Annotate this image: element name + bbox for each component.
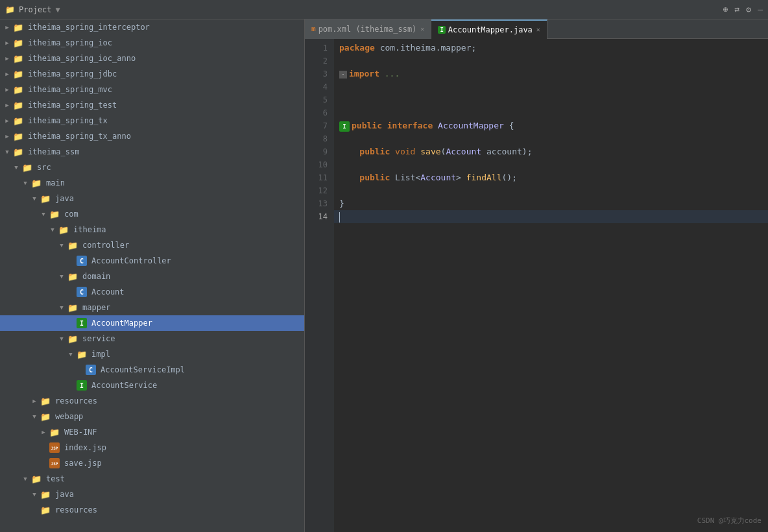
tree-item-0[interactable]: ▶📁itheima_spring_interceptor [0,19,304,35]
tree-item-5[interactable]: ▶📁itheima_spring_test [0,97,304,113]
tree-arrow-10: ▼ [21,180,30,186]
tab-pom[interactable]: m pom.xml (itheima_ssm) ✕ [305,19,431,39]
tree-item-24[interactable]: ▶📁resources [0,393,304,409]
tree-item-7[interactable]: ▶📁itheima_spring_tx_anno [0,128,304,144]
tree-icon-24: 📁 [40,396,51,406]
tree-icon-27: JSP [49,442,60,453]
tree-item-14[interactable]: ▼📁controller [0,237,304,253]
tree-label-16: domain [82,272,110,281]
split-icon[interactable]: ⇄ [735,5,740,14]
tree-icon-14: 📁 [67,240,78,250]
tree-icon-22: C [86,365,96,375]
minimize-icon[interactable]: — [758,5,763,14]
tree-item-13[interactable]: ▼📁itheima [0,222,304,237]
tree-label-25: webapp [55,412,83,421]
code-line-9: public void save(Account account); [334,145,768,158]
line-number-5: 5 [305,93,334,106]
tree-item-31[interactable]: 📁resources [0,502,304,518]
tree-label-26: WEB-INF [64,428,97,437]
tree-arrow-30: ▼ [30,491,39,498]
tree-item-2[interactable]: ▶📁itheima_spring_ioc_anno [0,51,304,66]
tree-label-13: itheima [73,225,106,234]
tree-label-19: AccountMapper [91,319,152,328]
line-numbers: 1234567891011121314 [305,39,334,532]
tree-arrow-18: ▼ [57,304,66,311]
tab-accountmapper-close[interactable]: ✕ [536,26,540,33]
tree-item-8[interactable]: ▼📁itheima_ssm [0,144,304,160]
tree-icon-13: 📁 [58,224,69,235]
tree-label-8: itheima_ssm [28,147,79,156]
tree-item-11[interactable]: ▼📁java [0,191,304,206]
tree-icon-29: 📁 [31,474,42,484]
line-number-4: 4 [305,80,334,93]
globe-icon[interactable]: ⊕ [723,5,728,14]
tree-item-29[interactable]: ▼📁test [0,471,304,487]
tree-item-27[interactable]: JSPindex.jsp [0,440,304,455]
tree-item-12[interactable]: ▼📁com [0,206,304,222]
tree-icon-6: 📁 [13,115,23,126]
editor-content[interactable]: 1234567891011121314 package com.itheima.… [305,39,768,532]
line-number-11: 11 [305,171,334,184]
tree-item-3[interactable]: ▶📁itheima_spring_jdbc [0,66,304,82]
tree-label-6: itheima_spring_tx [28,116,108,125]
dropdown-icon: ▼ [56,5,60,14]
tree-arrow-4: ▶ [3,86,12,93]
code-line-6 [334,106,768,119]
tree-label-28: save.jsp [64,459,102,468]
tab-pom-close[interactable]: ✕ [420,25,424,32]
tree-label-14: controller [82,241,129,250]
tree-item-17[interactable]: CAccount [0,284,304,300]
tree-icon-0: 📁 [13,22,23,32]
tree-label-29: test [46,474,65,483]
tree-item-23[interactable]: IAccountService [0,378,304,393]
tree-item-6[interactable]: ▶📁itheima_spring_tx [0,113,304,128]
tree-icon-23: I [77,380,87,391]
tree-item-19[interactable]: IAccountMapper [0,315,304,331]
tree-container: ▶📁itheima_spring_interceptor▶📁itheima_sp… [0,19,304,518]
tree-item-28[interactable]: JSPsave.jsp [0,455,304,471]
tree-item-1[interactable]: ▶📁itheima_spring_ioc [0,35,304,51]
line-number-10: 10 [305,158,334,171]
tree-item-21[interactable]: ▼📁impl [0,346,304,362]
tree-label-3: itheima_spring_jdbc [28,69,117,79]
tree-item-16[interactable]: ▼📁domain [0,269,304,284]
code-line-1: package com.itheima.mapper; [334,42,768,54]
line-number-9: 9 [305,145,334,158]
tab-accountmapper[interactable]: I AccountMapper.java ✕ [431,19,547,39]
code-lines[interactable]: package com.itheima.mapper;-import ...Ip… [334,39,768,532]
tree-arrow-16: ▼ [57,273,66,280]
tree-label-12: com [64,210,78,219]
main-layout: ▶📁itheima_spring_interceptor▶📁itheima_sp… [0,19,768,532]
line-number-3: 3 [305,67,334,80]
tree-arrow-21: ▼ [66,351,75,357]
tree-arrow-14: ▼ [57,242,66,248]
tree-item-9[interactable]: ▼📁src [0,160,304,175]
project-label: Project [19,5,52,14]
tree-item-20[interactable]: ▼📁service [0,331,304,346]
tree-icon-7: 📁 [13,131,23,141]
tree-item-30[interactable]: ▼📁java [0,487,304,502]
tree-label-0: itheima_spring_interceptor [28,23,150,32]
line-number-1: 1 [305,42,334,54]
tree-arrow-7: ▶ [3,133,12,139]
tree-icon-12: 📁 [49,209,60,219]
tree-item-22[interactable]: CAccountServiceImpl [0,362,304,378]
tree-item-26[interactable]: ▶📁WEB-INF [0,424,304,440]
tree-icon-9: 📁 [22,162,32,173]
code-line-8 [334,132,768,145]
tree-item-4[interactable]: ▶📁itheima_spring_mvc [0,82,304,97]
tabs-bar: m pom.xml (itheima_ssm) ✕ I AccountMappe… [305,19,768,39]
gear-icon[interactable]: ⚙ [746,5,751,14]
sidebar: ▶📁itheima_spring_interceptor▶📁itheima_sp… [0,19,305,532]
code-line-3: -import ... [334,67,768,80]
tree-icon-18: 📁 [67,302,78,313]
tree-icon-28: JSP [49,458,60,468]
tree-item-18[interactable]: ▼📁mapper [0,300,304,315]
tree-label-10: main [46,178,65,187]
tree-item-10[interactable]: ▼📁main [0,175,304,191]
tree-item-25[interactable]: ▼📁webapp [0,409,304,424]
tree-arrow-26: ▶ [39,429,48,435]
tree-item-15[interactable]: CAccountController [0,253,304,269]
watermark: CSDN @巧克力code [697,516,762,526]
tree-label-7: itheima_spring_tx_anno [28,132,131,141]
